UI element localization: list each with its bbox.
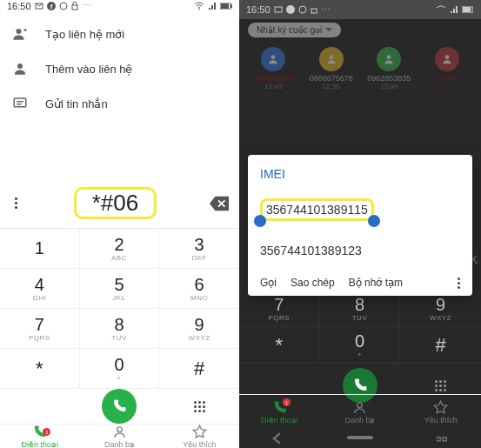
key-9: 9WXYZ [400, 291, 481, 327]
key-3[interactable]: 3DEF [159, 229, 239, 269]
call-button[interactable] [102, 389, 137, 424]
status-more: ⋯ [82, 0, 91, 11]
key-8[interactable]: 8TUV [80, 309, 160, 349]
phone-icon [352, 378, 368, 393]
status-bar: 16:50 ⋯ [239, 0, 481, 19]
phone-badge: 1 [283, 398, 291, 406]
menu-label: Gửi tin nhắn [45, 97, 108, 110]
key-7[interactable]: 7PQRS [0, 309, 80, 349]
lock-icon [71, 2, 78, 10]
imei-2[interactable]: 356744101389123 [260, 238, 460, 263]
key-star[interactable]: * [0, 349, 80, 389]
tab-label: Danh bạ [104, 440, 135, 448]
key-4[interactable]: 4GHI [0, 269, 80, 309]
menu-send-message[interactable]: Gửi tin nhắn [0, 86, 239, 121]
tab-phone[interactable]: 1 Điện thoại [0, 425, 80, 448]
menu-add-to-contact[interactable]: Thêm vào liên hệ [0, 51, 239, 86]
svg-rect-16 [275, 7, 282, 12]
key-0: 0+ [320, 327, 401, 364]
action-clipboard[interactable]: Bộ nhớ tạm [349, 277, 403, 289]
nav-back[interactable] [271, 432, 284, 445]
recent-contact[interactable]: 0962853835 12:09 [363, 47, 415, 90]
message-icon [12, 96, 28, 111]
imei-1[interactable]: 356744101389115 [260, 193, 460, 226]
key-8: 8TUV [320, 291, 401, 327]
dialer-screen: 16:50 f ⋯ Tạo liên hệ mới Thêm vào liên … [0, 0, 239, 448]
bottom-tabs: 1 Điện thoại Danh bạ Yêu thích [239, 394, 481, 429]
avatar-icon [319, 47, 344, 71]
contact-icon [12, 61, 28, 77]
recent-contact[interactable]: 0888675678 12:36 [305, 47, 357, 90]
android-navbar [239, 429, 481, 448]
avatar-icon [377, 47, 401, 71]
status-bar: 16:50 f ⋯ [0, 0, 239, 11]
svg-point-26 [357, 402, 363, 407]
dial-display-row: *#06 [0, 187, 239, 228]
new-contact-icon [12, 26, 28, 42]
key-9[interactable]: 9WXYZ [159, 309, 239, 349]
tab-favorites[interactable]: Yêu thích [159, 425, 239, 448]
keypad-dimmed: 7PQRS 8TUV 9WXYZ * 0+ # [239, 291, 481, 364]
tab-favorites: Yêu thích [400, 395, 481, 429]
key-2[interactable]: 2ABC [80, 229, 160, 269]
svg-point-10 [17, 64, 23, 69]
call-log-chip[interactable]: Nhật ký cuộc gọi [248, 23, 341, 37]
svg-point-18 [299, 6, 306, 13]
svg-rect-8 [221, 3, 229, 9]
svg-rect-29 [443, 438, 446, 441]
svg-point-5 [198, 8, 200, 10]
key-hash: # [400, 327, 481, 364]
star-icon [192, 425, 207, 439]
contacts-icon [352, 400, 367, 415]
phone-badge: 1 [43, 428, 50, 436]
contacts-icon [112, 425, 127, 439]
key-7: 7PQRS [239, 291, 320, 327]
key-1[interactable]: 1 [0, 229, 80, 269]
notif-icon [274, 5, 283, 14]
menu-label: Thêm vào liên hệ [45, 63, 133, 76]
key-hash[interactable]: # [159, 349, 239, 389]
svg-rect-19 [311, 9, 317, 13]
messenger-icon [298, 5, 307, 14]
tab-label: Điện thoại [22, 440, 59, 448]
svg-point-22 [271, 55, 276, 59]
status-time: 16:50 [7, 1, 31, 11]
action-call[interactable]: Gọi [260, 277, 277, 289]
nav-home[interactable] [347, 436, 373, 441]
recent-contact[interactable]: 0948181849 12:43 [247, 47, 299, 90]
backspace-button[interactable] [210, 196, 229, 211]
notif-icon [35, 2, 43, 10]
facebook-icon: f [47, 2, 56, 10]
avatar-icon [261, 47, 285, 71]
menu-new-contact[interactable]: Tạo liên hệ mới [0, 17, 239, 51]
dial-more-button[interactable] [10, 197, 21, 209]
svg-point-25 [444, 55, 449, 59]
svg-rect-21 [463, 7, 471, 12]
lock-icon [311, 5, 317, 14]
recent-contacts: 0948181849 12:43 0888675678 12:36 096285… [239, 47, 481, 90]
recent-contact[interactable]: 09314 [421, 47, 473, 90]
tab-contacts: Danh bạ [320, 395, 401, 429]
key-6[interactable]: 6MNO [159, 269, 239, 309]
tab-contacts[interactable]: Danh bạ [80, 425, 160, 448]
signal-icon [208, 2, 217, 10]
key-star: * [239, 327, 320, 364]
facebook-icon [286, 5, 295, 14]
star-icon [433, 400, 448, 415]
svg-rect-11 [14, 98, 26, 107]
keypad-toggle-button[interactable] [194, 401, 205, 412]
dialog-title: IMEI [260, 167, 460, 181]
key-5[interactable]: 5JKL [80, 269, 160, 309]
nav-recent[interactable] [437, 432, 449, 445]
action-copy[interactable]: Sao chép [291, 277, 335, 289]
svg-point-24 [387, 55, 391, 59]
svg-rect-27 [347, 436, 373, 439]
selection-handle-right[interactable] [368, 215, 380, 227]
messenger-icon [59, 2, 68, 10]
key-0[interactable]: 0+ [80, 349, 160, 389]
avatar-icon [435, 47, 459, 71]
selection-handle-left[interactable] [254, 215, 266, 227]
svg-point-12 [117, 427, 123, 432]
imei-screen: 16:50 ⋯ Nhật ký cuộc gọi 0948181849 12:4… [239, 0, 481, 448]
action-more[interactable] [458, 277, 460, 289]
